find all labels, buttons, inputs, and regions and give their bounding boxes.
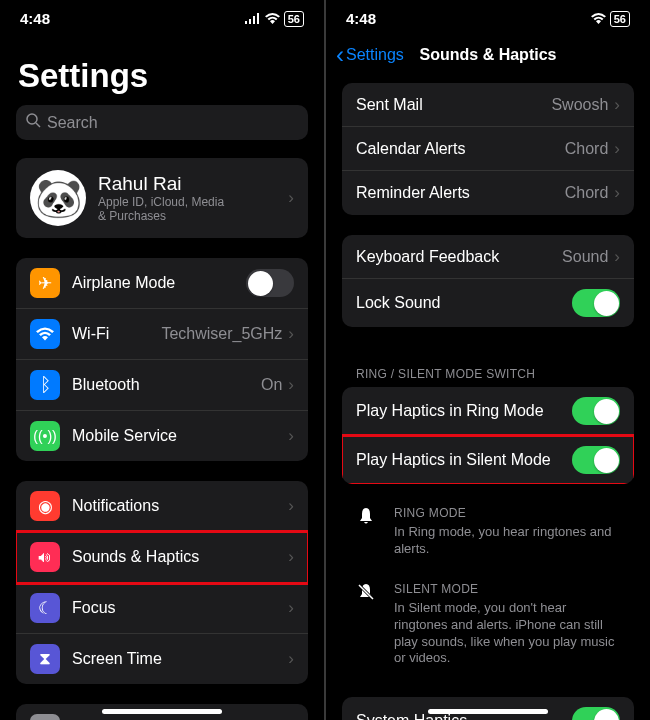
svg-line-5 — [36, 123, 40, 127]
chevron-right-icon: › — [614, 247, 620, 267]
notifications-row[interactable]: ◉ Notifications › — [16, 481, 308, 532]
chevron-right-icon: › — [288, 496, 294, 516]
battery-indicator: 56 — [284, 11, 304, 27]
gear-icon: ⚙︎ — [30, 714, 60, 720]
bell-slash-icon — [356, 582, 378, 668]
page-title: Settings — [0, 33, 324, 105]
chevron-right-icon: › — [614, 139, 620, 159]
chevron-right-icon: › — [614, 95, 620, 115]
status-time: 4:48 — [20, 10, 50, 27]
bluetooth-row[interactable]: ᛒ Bluetooth On › — [16, 360, 308, 411]
wifi-settings-icon — [30, 319, 60, 349]
silent-mode-info: SILENT MODE In Silent mode, you don't he… — [326, 570, 650, 680]
silent-mode-text: In Silent mode, you don't hear ringtones… — [394, 600, 620, 668]
status-bar: 4:48 56 — [0, 0, 324, 33]
chevron-right-icon: › — [288, 649, 294, 669]
system-haptics-toggle[interactable] — [572, 707, 620, 720]
left-phone-screen: 4:48 56 Settings Search 🐼 Rahul Rai Appl… — [0, 0, 324, 720]
status-bar: 4:48 56 — [326, 0, 650, 33]
airplane-toggle[interactable] — [246, 269, 294, 297]
chevron-left-icon: ‹ — [336, 41, 344, 69]
keyboard-feedback-row[interactable]: Keyboard Feedback Sound › — [342, 235, 634, 279]
lock-sound-row: Lock Sound — [342, 279, 634, 327]
profile-name: Rahul Rai — [98, 173, 288, 195]
lock-sound-toggle[interactable] — [572, 289, 620, 317]
bluetooth-icon: ᛒ — [30, 370, 60, 400]
bell-icon — [356, 506, 378, 558]
svg-point-4 — [27, 114, 37, 124]
moon-icon: ☾ — [30, 593, 60, 623]
chevron-right-icon: › — [614, 183, 620, 203]
airplane-icon: ✈︎ — [30, 268, 60, 298]
silent-mode-title: SILENT MODE — [394, 582, 620, 596]
back-button[interactable]: ‹ Settings — [336, 41, 404, 69]
svg-rect-0 — [245, 21, 247, 24]
svg-rect-3 — [257, 13, 259, 24]
chevron-right-icon: › — [288, 324, 294, 344]
nav-header: ‹ Settings Sounds & Haptics — [326, 33, 650, 77]
ring-mode-info: RING MODE In Ring mode, you hear rington… — [326, 494, 650, 570]
ring-mode-text: In Ring mode, you hear ringtones and ale… — [394, 524, 620, 558]
home-indicator[interactable] — [102, 709, 222, 714]
ring-mode-title: RING MODE — [394, 506, 620, 520]
chevron-right-icon: › — [288, 598, 294, 618]
haptics-silent-toggle[interactable] — [572, 446, 620, 474]
screen-time-row[interactable]: ⧗ Screen Time › — [16, 634, 308, 684]
haptics-silent-row: Play Haptics in Silent Mode — [342, 436, 634, 484]
ring-silent-header: RING / SILENT MODE SWITCH — [326, 347, 650, 387]
search-input[interactable]: Search — [16, 105, 308, 140]
wifi-row[interactable]: Wi-Fi Techwiser_5GHz › — [16, 309, 308, 360]
avatar: 🐼 — [30, 170, 86, 226]
chevron-right-icon: › — [288, 188, 294, 208]
antenna-icon: ((•)) — [30, 421, 60, 451]
hourglass-icon: ⧗ — [30, 644, 60, 674]
sounds-haptics-row[interactable]: 🔊︎ Sounds & Haptics › — [16, 532, 308, 583]
battery-indicator: 56 — [610, 11, 630, 27]
chevron-right-icon: › — [288, 547, 294, 567]
svg-rect-1 — [249, 19, 251, 24]
svg-rect-2 — [253, 16, 255, 24]
mobile-service-row[interactable]: ((•)) Mobile Service › — [16, 411, 308, 461]
wifi-icon — [265, 10, 280, 27]
status-time: 4:48 — [346, 10, 376, 27]
haptics-ring-toggle[interactable] — [572, 397, 620, 425]
haptics-ring-row: Play Haptics in Ring Mode — [342, 387, 634, 436]
sent-mail-row[interactable]: Sent Mail Swoosh › — [342, 83, 634, 127]
chevron-right-icon: › — [288, 375, 294, 395]
search-icon — [26, 113, 41, 132]
signal-icon — [245, 10, 261, 27]
speaker-icon: 🔊︎ — [30, 542, 60, 572]
right-phone-screen: 4:48 56 ‹ Settings Sounds & Haptics Sent… — [326, 0, 650, 720]
chevron-right-icon: › — [288, 426, 294, 446]
reminder-alerts-row[interactable]: Reminder Alerts Chord › — [342, 171, 634, 215]
nav-title: Sounds & Haptics — [420, 46, 557, 64]
search-placeholder: Search — [47, 114, 98, 132]
profile-subtitle: Apple ID, iCloud, Media & Purchases — [98, 195, 288, 224]
focus-row[interactable]: ☾ Focus › — [16, 583, 308, 634]
profile-row[interactable]: 🐼 Rahul Rai Apple ID, iCloud, Media & Pu… — [16, 158, 308, 238]
calendar-alerts-row[interactable]: Calendar Alerts Chord › — [342, 127, 634, 171]
home-indicator[interactable] — [428, 709, 548, 714]
bell-icon: ◉ — [30, 491, 60, 521]
airplane-mode-row[interactable]: ✈︎ Airplane Mode — [16, 258, 308, 309]
wifi-icon — [591, 10, 606, 27]
